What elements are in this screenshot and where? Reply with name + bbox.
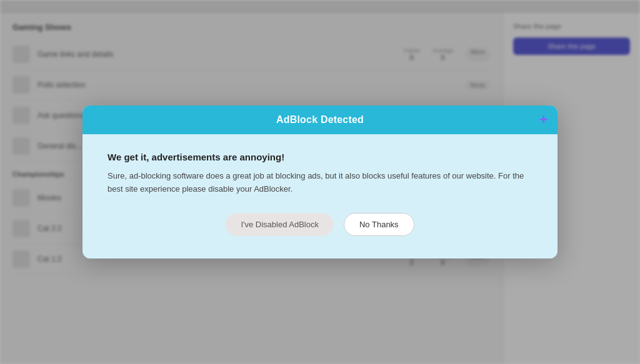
no-thanks-button[interactable]: No Thanks xyxy=(344,213,414,236)
modal-body-text: Sure, ad-blocking software does a great … xyxy=(108,170,532,196)
modal-title: AdBlock Detected xyxy=(276,114,364,125)
disabled-adblock-button[interactable]: I've Disabled AdBlock xyxy=(226,213,334,236)
modal-headline: We get it, advertisements are annoying! xyxy=(108,152,532,162)
modal-body: We get it, advertisements are annoying! … xyxy=(82,134,558,259)
adblock-modal: AdBlock Detected + We get it, advertisem… xyxy=(82,106,558,259)
modal-actions: I've Disabled AdBlock No Thanks xyxy=(108,213,532,236)
modal-close-button[interactable]: + xyxy=(539,113,548,127)
modal-header: AdBlock Detected + xyxy=(82,106,558,134)
modal-overlay: AdBlock Detected + We get it, advertisem… xyxy=(0,0,640,364)
